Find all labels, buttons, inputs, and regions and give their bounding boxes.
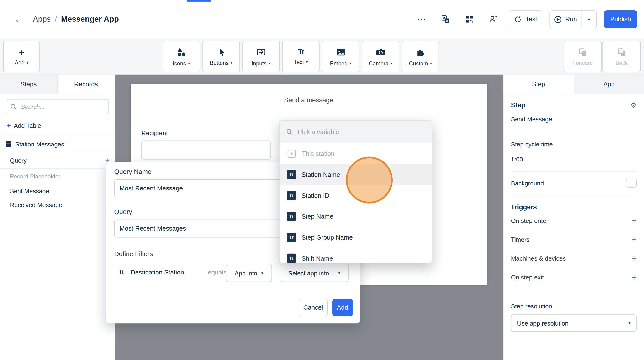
widget-icons-button[interactable]: Icons▾ [162, 41, 200, 72]
widget-label: Embed [330, 60, 348, 66]
send-back-icon [617, 47, 626, 57]
variable-option-step-name[interactable]: Tt Step Name [280, 206, 432, 227]
tab-app[interactable]: App [574, 74, 644, 94]
user-help-button[interactable]: ? [485, 11, 502, 28]
widget-embed-button[interactable]: Embed▾ [322, 41, 360, 72]
recipient-input[interactable] [141, 140, 271, 159]
publish-button[interactable]: Publish [604, 10, 637, 29]
sidebar-search-input[interactable] [20, 103, 104, 110]
text-type-icon: Tt [287, 212, 296, 221]
divider [511, 171, 637, 172]
run-button-group: Run ▾ [550, 10, 597, 29]
tab-step[interactable]: Step [504, 74, 574, 94]
plus-icon: + [7, 122, 11, 129]
record-placeholder-section-label: Record Placeholder [0, 173, 114, 180]
widget-custom-button[interactable]: Custom▾ [402, 41, 439, 72]
filter-value-dropdown[interactable]: Select app info... ▾ [280, 264, 349, 282]
step-settings-gear-button[interactable]: ⚙ [630, 102, 636, 109]
cancel-button[interactable]: Cancel [298, 299, 328, 316]
tab-steps[interactable]: Steps [0, 74, 58, 94]
breadcrumb-separator: / [55, 15, 57, 24]
svg-text:a: a [446, 19, 448, 23]
variable-search-input[interactable] [297, 128, 425, 136]
pointer-icon [216, 47, 226, 57]
record-item-sent-message[interactable]: Sent Message [0, 184, 114, 198]
widget-buttons-button[interactable]: Buttons▾ [202, 41, 240, 72]
widget-text-button[interactable]: Tt Text▾ [282, 41, 320, 72]
puzzle-icon [415, 47, 426, 57]
filter-source-label: App info [235, 269, 257, 276]
breadcrumb-apps-link[interactable]: Apps [33, 15, 51, 24]
chevron-down-icon: ▾ [390, 61, 392, 65]
filter-source-dropdown[interactable]: App info ▾ [226, 264, 272, 282]
bring-forward-icon [578, 47, 588, 57]
station-icon [287, 149, 296, 158]
add-button[interactable]: Add [332, 299, 353, 316]
table-station-messages[interactable]: Station Messages [0, 136, 114, 152]
chevron-down-icon: ▾ [306, 60, 308, 64]
play-circle-icon [554, 16, 562, 24]
trigger-row-on-step-exit[interactable]: On step exit + [511, 267, 637, 286]
chevron-down-icon: ▾ [230, 61, 232, 65]
widget-camera-button[interactable]: Camera▾ [362, 41, 399, 72]
widget-group: Icons▾ Buttons▾ Inputs▾ Tt Text▾ [162, 41, 439, 72]
record-item-received-message[interactable]: Received Message [0, 198, 114, 212]
click-highlight-circle [346, 157, 393, 204]
back-arrow-icon: ← [14, 15, 24, 24]
camera-icon [375, 47, 386, 57]
widget-label: Custom [409, 60, 428, 66]
background-color-swatch[interactable] [626, 179, 636, 188]
trigger-label: On step enter [511, 217, 548, 224]
add-table-label: Add Table [14, 122, 41, 129]
divider [511, 295, 637, 295]
add-table-button[interactable]: + Add Table [0, 120, 114, 131]
plus-icon: + [632, 235, 636, 244]
step-cycle-time-value: 1:00 [511, 156, 637, 163]
plus-icon: + [632, 253, 636, 263]
plus-icon: + [18, 48, 24, 57]
add-trigger-button[interactable]: + [632, 273, 636, 281]
run-options-caret-button[interactable]: ▾ [582, 11, 596, 28]
search-icon [286, 129, 293, 135]
sidebar-search [6, 99, 109, 114]
more-options-button[interactable]: ⋯ [414, 11, 430, 28]
chevron-down-icon: ▾ [350, 61, 352, 65]
qr-pattern-button[interactable] [461, 11, 478, 28]
chevron-down-icon: ▾ [261, 271, 263, 275]
text-icon: Tt [298, 48, 304, 56]
step-section-title: Step [511, 102, 525, 109]
step-settings: Step ⚙ Send Message Step cycle time 1:00… [504, 102, 644, 332]
variable-option-step-group-name[interactable]: Tt Step Group Name [280, 227, 432, 248]
translate-button[interactable]: A a [438, 11, 454, 28]
svg-text:?: ? [494, 15, 497, 20]
chevron-down-icon: ▾ [26, 61, 28, 64]
add-trigger-button[interactable]: + [632, 216, 636, 225]
widget-inputs-button[interactable]: Inputs▾ [242, 41, 280, 72]
qr-code-icon [466, 15, 474, 24]
trigger-row-on-step-enter[interactable]: On step enter + [511, 211, 637, 230]
right-sidebar-tabs: Step App [504, 74, 644, 94]
breadcrumb-current-page: Messenger App [61, 15, 119, 24]
step-name: Send Message [511, 116, 637, 123]
variable-option-shift-name[interactable]: Tt Shift Name [280, 248, 432, 263]
filter-operator-label: equals [208, 269, 227, 276]
variable-option-label: This station [302, 150, 334, 157]
query-item[interactable]: Query + [0, 152, 114, 169]
add-trigger-button[interactable]: + [632, 235, 636, 243]
ellipsis-icon: ⋯ [417, 14, 426, 24]
step-resolution-dropdown[interactable]: Use app resolution ▾ [511, 314, 637, 331]
send-back-button[interactable]: Back [602, 41, 641, 72]
test-button[interactable]: Test [509, 10, 542, 29]
refresh-icon [514, 16, 522, 24]
add-widget-button[interactable]: + Add ▾ [3, 41, 40, 72]
run-button[interactable]: Run [550, 11, 582, 28]
back-button[interactable]: ← [11, 11, 27, 28]
chevron-down-icon: ▾ [430, 61, 432, 65]
trigger-row-machines-devices[interactable]: Machines & devices + [511, 249, 637, 267]
bring-forward-button[interactable]: Forward [564, 41, 602, 72]
run-button-label: Run [565, 16, 577, 23]
trigger-row-timers[interactable]: Timers + [511, 230, 637, 249]
add-trigger-button[interactable]: + [632, 254, 636, 262]
app-builder-window: ← Apps / Messenger App ⋯ A a [0, 0, 644, 360]
tab-records[interactable]: Records [58, 74, 114, 94]
